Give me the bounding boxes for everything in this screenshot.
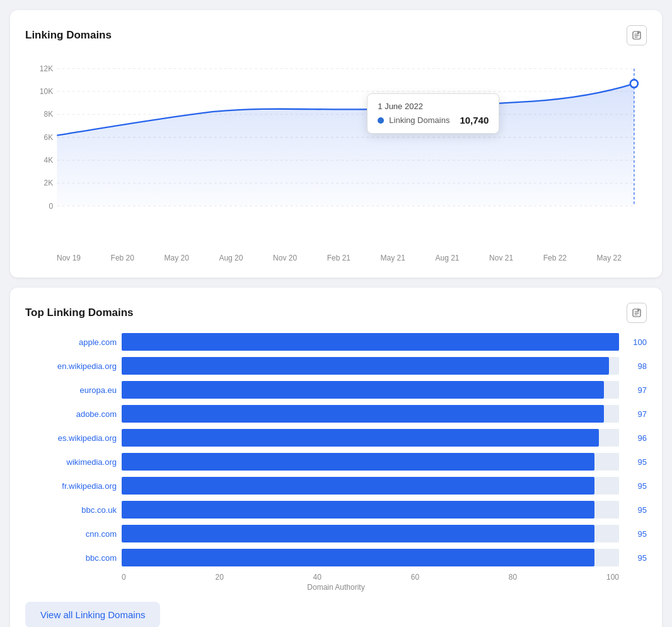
bar-track xyxy=(122,333,619,351)
linking-domains-card: Linking Domains 12K 10K 8K 6K 4K 2K xyxy=(10,10,662,278)
top-linking-domains-card: Top Linking Domains apple.com100en.wikip… xyxy=(10,288,662,627)
view-all-linking-domains-button[interactable]: View all Linking Domains xyxy=(25,602,160,627)
bar-domain-label[interactable]: europa.eu xyxy=(25,385,117,395)
top-domains-export-button[interactable] xyxy=(627,303,647,323)
bar-domain-label[interactable]: wikimedia.org xyxy=(25,457,117,467)
bar-domain-label[interactable]: bbc.co.uk xyxy=(25,505,117,515)
bar-value-label: 96 xyxy=(624,433,647,443)
tooltip-dot xyxy=(630,79,638,87)
x-label-4: Nov 20 xyxy=(273,254,297,262)
bar-track xyxy=(122,405,619,423)
bar-fill xyxy=(122,453,594,471)
bar-row: en.wikipedia.org98 xyxy=(25,357,647,375)
linking-domains-export-button[interactable] xyxy=(627,25,647,45)
x-label-10: May 22 xyxy=(597,254,622,262)
bar-track xyxy=(122,381,619,399)
bar-domain-label[interactable]: cnn.com xyxy=(25,529,117,539)
x-label-9: Feb 22 xyxy=(543,254,567,262)
bar-fill xyxy=(122,549,594,566)
bar-fill xyxy=(122,429,599,447)
bar-value-label: 98 xyxy=(624,361,647,371)
export-icon xyxy=(632,30,642,40)
bar-domain-label[interactable]: bbc.com xyxy=(25,553,117,563)
x-label-6: May 21 xyxy=(381,254,405,262)
bar-value-label: 97 xyxy=(624,409,647,419)
svg-text:6K: 6K xyxy=(44,133,54,142)
bar-x-label-3: 60 xyxy=(411,573,419,582)
bar-domain-label[interactable]: apple.com xyxy=(25,337,117,347)
svg-text:4K: 4K xyxy=(44,156,54,165)
x-label-2: May 20 xyxy=(165,254,189,262)
svg-text:8K: 8K xyxy=(44,110,54,119)
bar-row: adobe.com97 xyxy=(25,405,647,423)
x-label-0: Nov 19 xyxy=(57,254,81,262)
bar-fill xyxy=(122,477,594,495)
bar-value-label: 100 xyxy=(624,337,647,347)
bar-x-label-0: 0 xyxy=(122,573,126,582)
svg-text:12K: 12K xyxy=(40,64,54,73)
bar-domain-label[interactable]: fr.wikipedia.org xyxy=(25,481,117,491)
bar-track xyxy=(122,477,619,495)
bar-row: es.wikipedia.org96 xyxy=(25,429,647,447)
bar-track xyxy=(122,357,619,375)
bar-fill xyxy=(122,525,594,542)
bar-fill xyxy=(122,357,609,375)
bar-track xyxy=(122,525,619,542)
x-label-7: Aug 21 xyxy=(435,254,459,262)
bar-track xyxy=(122,429,619,447)
bar-value-label: 95 xyxy=(624,553,647,563)
x-label-8: Nov 21 xyxy=(489,254,513,262)
bar-row: europa.eu97 xyxy=(25,381,647,399)
export-icon-2 xyxy=(632,308,642,318)
bar-fill xyxy=(122,501,594,519)
bar-value-label: 95 xyxy=(624,529,647,539)
bar-x-label-2: 40 xyxy=(313,573,322,582)
bar-domain-label[interactable]: es.wikipedia.org xyxy=(25,433,117,443)
bar-track xyxy=(122,549,619,566)
bar-domain-label[interactable]: adobe.com xyxy=(25,409,117,419)
chart-x-labels: Nov 19 Feb 20 May 20 Aug 20 Nov 20 Feb 2… xyxy=(25,251,647,262)
x-label-1: Feb 20 xyxy=(111,254,134,262)
bar-x-label-4: 80 xyxy=(509,573,517,582)
bar-row: apple.com100 xyxy=(25,333,647,351)
top-linking-domains-title: Top Linking Domains xyxy=(25,307,134,319)
bar-row: cnn.com95 xyxy=(25,525,647,542)
bar-x-label-1: 20 xyxy=(215,573,223,582)
bar-row: wikimedia.org95 xyxy=(25,453,647,471)
bar-value-label: 95 xyxy=(624,457,647,467)
bar-domain-label[interactable]: en.wikipedia.org xyxy=(25,361,117,371)
bar-value-label: 95 xyxy=(624,481,647,491)
bar-row: bbc.co.uk95 xyxy=(25,501,647,519)
line-chart-container: 12K 10K 8K 6K 4K 2K 0 xyxy=(25,56,647,251)
bar-row: fr.wikipedia.org95 xyxy=(25,477,647,495)
bar-value-label: 97 xyxy=(624,385,647,395)
svg-text:0: 0 xyxy=(49,202,54,211)
bar-fill xyxy=(122,333,619,351)
bar-x-label-5: 100 xyxy=(606,573,619,582)
bar-chart-area: apple.com100en.wikipedia.org98europa.eu9… xyxy=(25,333,647,566)
top-linking-domains-header: Top Linking Domains xyxy=(25,303,647,323)
x-label-5: Feb 21 xyxy=(327,254,350,262)
bar-x-labels: 0 20 40 60 80 100 xyxy=(122,573,619,582)
x-label-3: Aug 20 xyxy=(219,254,243,262)
svg-text:2K: 2K xyxy=(44,179,54,187)
linking-domains-title: Linking Domains xyxy=(25,29,112,42)
line-chart-svg: 12K 10K 8K 6K 4K 2K 0 xyxy=(25,56,647,232)
bar-fill xyxy=(122,405,604,423)
bar-track xyxy=(122,453,619,471)
bar-track xyxy=(122,501,619,519)
bar-fill xyxy=(122,381,604,399)
bar-x-axis-title: Domain Authority xyxy=(25,583,647,592)
linking-domains-header: Linking Domains xyxy=(25,25,647,45)
svg-text:10K: 10K xyxy=(40,87,54,96)
bar-value-label: 95 xyxy=(624,505,647,515)
chart-area xyxy=(57,84,634,206)
bar-row: bbc.com95 xyxy=(25,549,647,566)
